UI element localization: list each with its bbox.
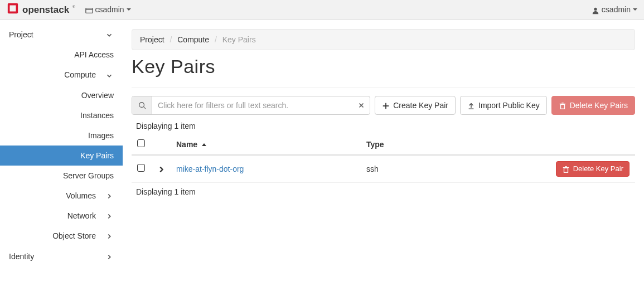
sidebar-item-project[interactable]: Project xyxy=(0,25,123,45)
sidebar-item-object-store[interactable]: Object Store xyxy=(0,226,123,246)
sidebar-item-server-groups[interactable]: Server Groups xyxy=(0,166,123,186)
button-label: Delete Key Pair xyxy=(573,164,623,173)
displaying-count-bottom: Displaying 1 item xyxy=(136,187,635,196)
divider xyxy=(132,88,635,88)
import-public-key-button[interactable]: Import Public Key xyxy=(460,96,547,115)
column-header-type[interactable]: Type xyxy=(361,134,430,155)
key-pair-name-link[interactable]: mike-at-flyn-dot-org xyxy=(176,164,244,173)
domain-switcher[interactable]: csadmin xyxy=(85,5,131,14)
svg-line-6 xyxy=(143,107,146,109)
svg-rect-1 xyxy=(10,6,16,12)
breadcrumb: Project / Compute / Key Pairs xyxy=(132,29,635,50)
search-icon[interactable] xyxy=(132,96,152,114)
svg-rect-2 xyxy=(85,8,92,13)
expand-row-icon[interactable] xyxy=(157,164,165,173)
column-label: Type xyxy=(366,140,384,149)
sidebar-item-identity[interactable]: Identity xyxy=(0,246,123,266)
sidebar-item-key-pairs[interactable]: Key Pairs xyxy=(0,146,123,166)
column-header-name[interactable]: Name xyxy=(171,134,361,155)
button-label: Import Public Key xyxy=(478,101,540,110)
breadcrumb-separator-icon: / xyxy=(215,35,217,44)
chevron-down-icon xyxy=(105,30,114,39)
sidebar-label: Project xyxy=(9,30,105,39)
select-all-checkbox[interactable] xyxy=(137,139,145,147)
breadcrumb-project[interactable]: Project xyxy=(140,35,164,44)
chevron-right-icon xyxy=(105,251,114,260)
domain-icon xyxy=(85,5,93,14)
sidebar-label: Volumes xyxy=(66,191,96,200)
brand-label: openstack xyxy=(22,4,69,16)
caret-down-icon xyxy=(127,8,131,11)
breadcrumb-compute[interactable]: Compute xyxy=(177,35,209,44)
main-content: Project / Compute / Key Pairs Key Pairs xyxy=(123,20,644,266)
sidebar-item-overview[interactable]: Overview xyxy=(0,85,123,105)
sidebar-label: Network xyxy=(67,211,96,220)
sidebar-label: Object Store xyxy=(52,231,96,240)
button-label: Create Key Pair xyxy=(393,101,448,110)
sidebar-label: Instances xyxy=(80,111,114,120)
svg-rect-13 xyxy=(560,105,564,109)
sidebar-item-instances[interactable]: Instances xyxy=(0,105,123,125)
search-input[interactable] xyxy=(152,96,353,114)
column-header-actions xyxy=(430,134,635,155)
breadcrumb-separator-icon: / xyxy=(170,35,172,44)
sidebar-item-compute[interactable]: Compute xyxy=(0,65,123,85)
sidebar-item-network[interactable]: Network xyxy=(0,206,123,226)
chevron-right-icon xyxy=(105,231,114,240)
clear-search-icon[interactable] xyxy=(353,101,370,109)
sidebar-item-volumes[interactable]: Volumes xyxy=(0,186,123,206)
topbar: openstack® csadmin csadmin xyxy=(0,0,644,20)
caret-down-icon xyxy=(633,8,637,11)
domain-label: csadmin xyxy=(95,5,124,14)
column-label: Name xyxy=(176,140,197,149)
table-row: mike-at-flyn-dot-org ssh Delete Key Pair xyxy=(132,155,635,182)
sidebar-label: Key Pairs xyxy=(80,151,114,160)
upload-icon xyxy=(467,101,475,110)
trash-icon xyxy=(559,101,566,110)
brand-logo-icon xyxy=(7,2,19,17)
trash-icon xyxy=(562,164,570,173)
toolbar: Create Key Pair Import Public Key Delete… xyxy=(132,96,635,115)
sidebar-label: Overview xyxy=(81,91,114,100)
svg-point-4 xyxy=(594,7,597,10)
sidebar-item-api-access[interactable]: API Access xyxy=(0,45,123,65)
displaying-count-top: Displaying 1 item xyxy=(136,122,635,130)
delete-key-pairs-button[interactable]: Delete Key Pairs xyxy=(551,96,635,115)
user-icon xyxy=(592,5,599,14)
chevron-right-icon xyxy=(105,211,114,220)
user-label: csadmin xyxy=(602,5,631,14)
column-header-select xyxy=(132,134,152,155)
plus-icon xyxy=(382,101,390,110)
sidebar-label: Images xyxy=(88,131,114,140)
row-checkbox[interactable] xyxy=(137,164,145,172)
brand[interactable]: openstack® xyxy=(7,2,75,17)
sidebar-label: Server Groups xyxy=(63,171,114,180)
delete-key-pair-button[interactable]: Delete Key Pair xyxy=(556,161,630,177)
key-pairs-table: Name Type xyxy=(132,134,635,183)
sort-ascending-icon xyxy=(202,143,206,146)
breadcrumb-current: Key Pairs xyxy=(222,35,256,44)
sidebar-item-images[interactable]: Images xyxy=(0,125,123,146)
chevron-right-icon xyxy=(105,191,114,200)
key-pair-type: ssh xyxy=(366,164,379,173)
svg-point-5 xyxy=(139,103,144,108)
page-title: Key Pairs xyxy=(132,56,635,77)
column-header-expand xyxy=(152,134,171,155)
sidebar: Project API Access Compute Overview Inst… xyxy=(0,20,123,266)
chevron-down-icon xyxy=(105,70,114,79)
sidebar-label: Compute xyxy=(64,70,96,79)
button-label: Delete Key Pairs xyxy=(570,101,628,110)
searchbox xyxy=(132,96,370,115)
create-key-pair-button[interactable]: Create Key Pair xyxy=(375,96,456,115)
user-menu[interactable]: csadmin xyxy=(592,5,637,14)
svg-rect-16 xyxy=(564,168,568,172)
brand-trademark: ® xyxy=(72,5,75,8)
sidebar-label: Identity xyxy=(9,252,105,261)
sidebar-label: API Access xyxy=(74,50,114,59)
